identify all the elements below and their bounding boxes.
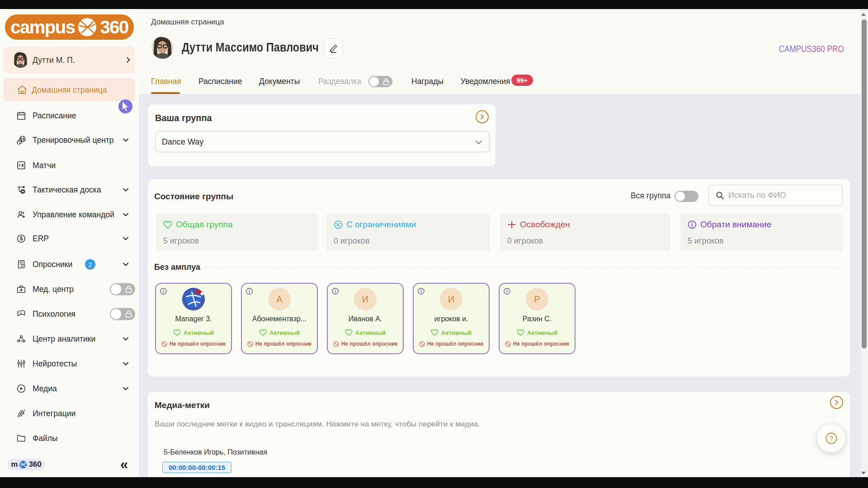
- svg-text:?: ?: [830, 435, 833, 442]
- svg-text:$: $: [20, 235, 23, 242]
